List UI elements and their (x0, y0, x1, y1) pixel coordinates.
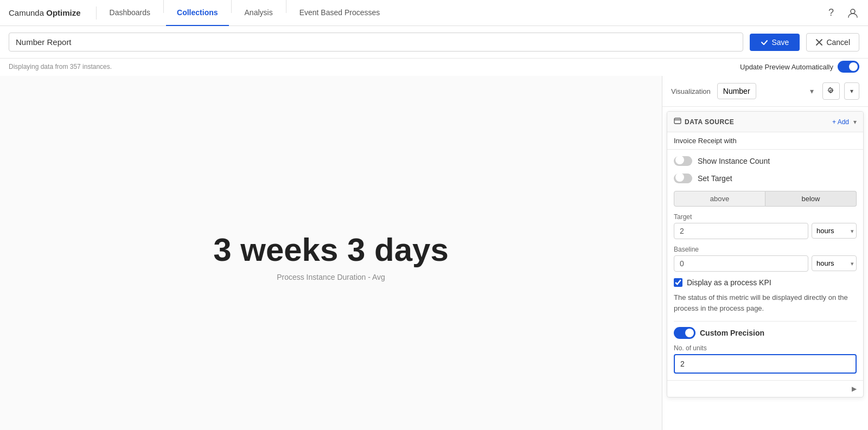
viz-select[interactable]: Number (717, 83, 756, 99)
baseline-input[interactable] (674, 255, 808, 272)
datasource-chevron-icon[interactable]: ▾ (853, 118, 857, 126)
show-instance-count-row: Show Instance Count (674, 156, 857, 166)
target-row: hours seconds minutes days weeks (674, 223, 857, 239)
help-icon[interactable]: ? (825, 7, 838, 20)
baseline-row: hours seconds minutes days weeks (674, 255, 857, 272)
update-preview-toggle[interactable] (838, 61, 859, 73)
sub-toolbar: Displaying data from 357 instances. Upda… (0, 59, 868, 76)
below-button[interactable]: below (765, 191, 857, 207)
set-target-label: Set Target (698, 174, 732, 183)
cancel-button[interactable]: Cancel (806, 33, 859, 52)
above-button[interactable]: above (674, 191, 765, 207)
datasource-add-button[interactable]: + Add (832, 118, 849, 126)
big-number-display: 3 weeks 3 days (213, 231, 449, 268)
nav-divider-3 (231, 0, 232, 13)
baseline-label: Baseline (674, 246, 857, 253)
baseline-unit-select[interactable]: hours seconds minutes days weeks (812, 255, 857, 271)
target-unit-select[interactable]: hours seconds minutes days weeks (812, 223, 857, 239)
set-target-toggle[interactable] (674, 174, 692, 183)
collapse-row[interactable]: ▶ (667, 380, 863, 397)
update-preview-label: Update Preview Automatically (740, 63, 833, 71)
nav-bar: Camunda Optimize Dashboards Collections … (0, 0, 868, 26)
divider (674, 321, 857, 322)
toolbar: Save Cancel (0, 26, 868, 59)
nav-link-event-based[interactable]: Event Based Processes (289, 0, 391, 26)
custom-precision-label: Custom Precision (700, 329, 764, 337)
datasource-panel: DATA SOURCE + Add ▾ Invoice Receipt with… (667, 111, 864, 397)
nav-links: Dashboards Collections Analysis Event Ba… (99, 0, 391, 26)
kpi-desc: The status of this metric will be displa… (674, 292, 857, 313)
viz-caret-button[interactable]: ▾ (844, 82, 859, 100)
nav-link-analysis[interactable]: Analysis (234, 0, 284, 26)
svg-rect-1 (674, 118, 681, 124)
set-target-row: Set Target (674, 174, 857, 183)
nav-brand: Camunda Optimize (9, 8, 81, 17)
baseline-unit-wrap: hours seconds minutes days weeks (812, 255, 857, 272)
user-icon[interactable] (846, 7, 859, 20)
kpi-checkbox[interactable] (674, 278, 682, 287)
big-label-display: Process Instance Duration - Avg (277, 273, 385, 281)
above-below-group: above below (674, 191, 857, 207)
no-of-units-label: No. of units (674, 344, 857, 352)
nav-divider-4 (286, 0, 286, 13)
main-area: 3 weeks 3 days Process Instance Duration… (0, 76, 868, 430)
datasource-icon (674, 117, 681, 126)
settings-panel: Show Instance Count Set Target above bel… (667, 150, 863, 380)
datasource-header: DATA SOURCE + Add ▾ (667, 112, 863, 132)
viz-bar: Visualization Number ▾ (662, 76, 868, 107)
no-of-units-input[interactable] (674, 354, 857, 374)
datasource-title: DATA SOURCE (685, 118, 832, 126)
report-canvas: 3 weeks 3 days Process Instance Duration… (0, 76, 662, 430)
datasource-invoice: Invoice Receipt with (667, 132, 863, 150)
nav-divider (96, 7, 97, 20)
viz-gear-button[interactable] (822, 82, 840, 100)
custom-precision-toggle[interactable] (674, 327, 695, 339)
target-unit-wrap: hours seconds minutes days weeks (812, 223, 857, 239)
custom-precision-row: Custom Precision (674, 327, 857, 339)
instance-info: Displaying data from 357 instances. (9, 63, 112, 70)
kpi-row: Display as a process KPI (674, 278, 857, 287)
svg-point-0 (851, 9, 855, 14)
nav-link-collections[interactable]: Collections (166, 0, 228, 26)
report-title-input[interactable] (9, 33, 743, 52)
viz-label: Visualization (671, 87, 711, 95)
nav-link-dashboards[interactable]: Dashboards (99, 0, 162, 26)
show-instance-count-toggle[interactable] (674, 156, 692, 166)
right-panel-area: Visualization Number ▾ DATA SOURCE (662, 76, 868, 430)
collapse-arrow-icon: ▶ (852, 385, 857, 393)
show-instance-count-label: Show Instance Count (698, 157, 770, 165)
save-button[interactable]: Save (750, 34, 800, 51)
update-preview-row: Update Preview Automatically (740, 61, 859, 73)
nav-divider-2 (163, 0, 164, 13)
target-label: Target (674, 213, 857, 221)
viz-select-wrap: Number (717, 83, 818, 99)
nav-right: ? (825, 7, 859, 20)
target-input[interactable] (674, 223, 808, 239)
kpi-label: Display as a process KPI (687, 278, 771, 287)
